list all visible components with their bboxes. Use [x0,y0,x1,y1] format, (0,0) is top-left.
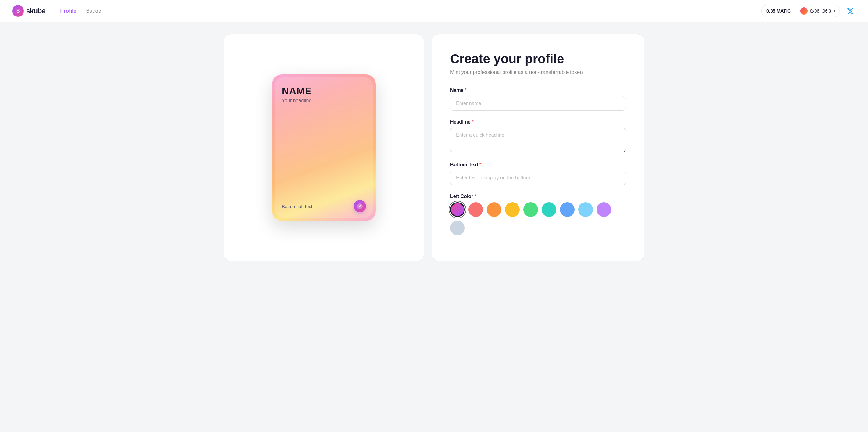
nav-badge[interactable]: Badge [86,8,101,14]
color-swatch-teal[interactable] [542,202,556,217]
headline-required: * [472,119,474,125]
color-swatch-orange[interactable] [487,202,501,217]
logo-icon: S [12,5,24,17]
color-swatch-green[interactable] [523,202,538,217]
card-bottom: Bottom left text [282,200,366,212]
name-field-group: Name * [450,88,626,111]
card-name: NAME [282,86,366,97]
bottom-text-input[interactable] [450,171,626,185]
color-swatch-sky[interactable] [578,202,593,217]
form-title: Create your profile [450,52,626,66]
nav-profile[interactable]: Profile [60,8,76,14]
form-subtitle: Mint your professional profile as a non-… [450,69,626,75]
right-panel: Create your profile Mint your profession… [432,34,645,261]
navbar: S skube Profile Badge 0.35 MATIC 0x06...… [0,0,868,22]
left-panel: NAME Your headline Bottom left text [223,34,424,261]
color-swatches [450,202,626,235]
wallet-balance: 0.35 MATIC [762,5,796,17]
card-top: NAME Your headline [282,86,366,103]
logo[interactable]: S skube [12,5,46,17]
chevron-down-icon: ▾ [834,9,835,13]
name-input[interactable] [450,96,626,111]
wallet-address-section[interactable]: 0x06...96f3 ▾ [796,5,840,17]
card-headline: Your headline [282,98,366,103]
profile-card: NAME Your headline Bottom left text [272,74,376,221]
logo-text: skube [26,7,46,15]
twitter-icon[interactable] [845,5,856,17]
name-required: * [465,88,467,93]
left-color-label: Left Color * [450,194,626,199]
left-color-required: * [474,194,476,199]
main-content: NAME Your headline Bottom left text Crea… [205,22,663,273]
bottom-text-required: * [479,162,481,167]
left-color-field-group: Left Color * [450,194,626,235]
wallet-pill[interactable]: 0.35 MATIC 0x06...96f3 ▾ [761,5,840,18]
bottom-text-field-group: Bottom Text * [450,162,626,185]
color-swatch-blue[interactable] [560,202,575,217]
color-swatch-coral[interactable] [468,202,483,217]
bottom-text-label: Bottom Text * [450,162,626,167]
wallet-avatar [800,7,808,14]
name-label: Name * [450,88,626,93]
navbar-nav: Profile Badge [60,8,761,14]
color-swatch-yellow[interactable] [505,202,520,217]
headline-textarea[interactable] [450,128,626,152]
color-swatch-purple[interactable] [596,202,611,217]
card-bottom-text: Bottom left text [282,204,312,209]
navbar-right: 0.35 MATIC 0x06...96f3 ▾ [761,5,856,18]
color-swatch-pink[interactable] [450,202,465,217]
card-badge-icon [354,200,366,212]
headline-field-group: Headline * [450,119,626,153]
headline-label: Headline * [450,119,626,125]
color-swatch-gray[interactable] [450,221,465,235]
wallet-address-text: 0x06...96f3 [810,8,831,13]
